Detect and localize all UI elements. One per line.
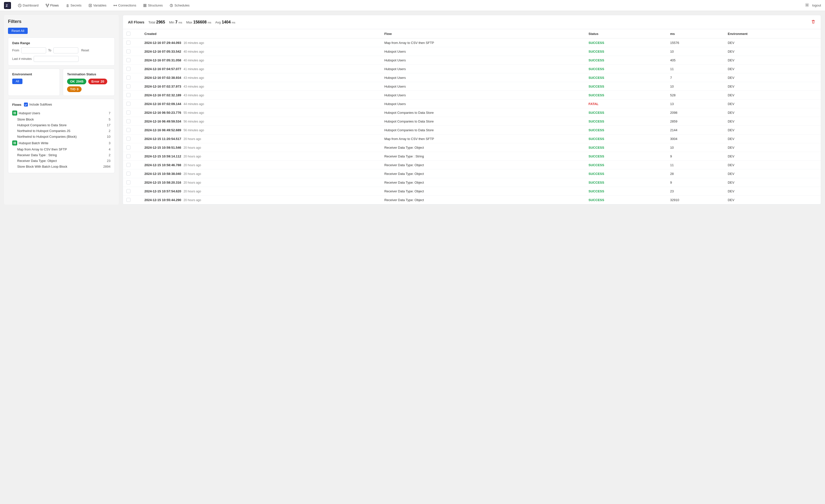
row-env: DEV: [724, 99, 821, 108]
col-flow[interactable]: Flow: [381, 29, 585, 39]
row-flow: Map from Array to CSV then SFTP: [381, 39, 585, 47]
row-flow: Receiver Data Type : String: [381, 152, 585, 161]
from-input[interactable]: [21, 48, 46, 53]
nav-connections[interactable]: Connections: [110, 2, 139, 9]
row-checkbox[interactable]: [123, 187, 134, 196]
flow-list-item[interactable]: Hubspot Companies to Data Store17: [12, 122, 110, 128]
row-marker: [134, 126, 141, 135]
row-checkbox[interactable]: [123, 82, 134, 91]
delete-button[interactable]: [811, 19, 816, 25]
table-row[interactable]: 2024-12-15 10:58:38.040 20 hours ago Rec…: [123, 169, 821, 178]
row-checkbox[interactable]: [123, 169, 134, 178]
table-row[interactable]: 2024-12-15 10:59:51.546 20 hours ago Rec…: [123, 143, 821, 152]
table-row[interactable]: 2024-12-15 10:57:54.620 20 hours ago Rec…: [123, 187, 821, 196]
table-row[interactable]: 2024-12-16 06:49:59.534 56 minutes ago H…: [123, 117, 821, 126]
nav-schedules[interactable]: Schedules: [167, 2, 193, 9]
table-row[interactable]: 2024-12-16 06:50:23.776 55 minutes ago H…: [123, 108, 821, 117]
flows-section-title: Flows: [12, 103, 21, 106]
flow-list-item[interactable]: Hubspot Users7: [12, 110, 110, 117]
settings-button[interactable]: [805, 3, 809, 8]
table-row[interactable]: 2024-12-16 07:05:31.058 40 minutes ago H…: [123, 56, 821, 65]
col-ms[interactable]: ms: [667, 29, 724, 39]
date-reset-button[interactable]: Reset: [81, 49, 89, 52]
main-layout: Filters Reset All Date Range From To Res…: [0, 11, 825, 209]
ok-status-badge[interactable]: OK 2945: [67, 79, 86, 84]
nav-flows[interactable]: Flows: [43, 2, 62, 9]
row-env: DEV: [724, 82, 821, 91]
nav-structures[interactable]: Structures: [140, 2, 166, 9]
table-row[interactable]: 2024-12-16 07:04:57.077 41 minutes ago H…: [123, 65, 821, 73]
table-row[interactable]: 2024-12-16 07:02:38.934 43 minutes ago H…: [123, 73, 821, 82]
row-checkbox[interactable]: [123, 152, 134, 161]
flow-list-item[interactable]: Receiver Data Type: Object23: [12, 158, 110, 164]
flow-list-item[interactable]: Store Block5: [12, 117, 110, 122]
table-row[interactable]: 2024-12-16 07:29:44.093 16 minutes ago M…: [123, 39, 821, 47]
row-marker: [134, 152, 141, 161]
environment-all-button[interactable]: All: [12, 79, 22, 84]
row-status: SUCCESS: [585, 143, 667, 152]
row-checkbox[interactable]: [123, 39, 134, 47]
svg-point-8: [114, 5, 115, 6]
flow-list-item[interactable]: Map from Array to CSV then SFTP4: [12, 146, 110, 152]
reset-all-button[interactable]: Reset All: [8, 28, 28, 34]
flow-name: Hubspot Users: [19, 111, 40, 115]
row-checkbox[interactable]: [123, 91, 134, 99]
nav-variables[interactable]: Variables: [85, 2, 109, 9]
ok-label: OK: [70, 80, 75, 83]
flow-list-item[interactable]: Northwind to Hubspot Companies (Block)10: [12, 134, 110, 139]
row-marker: [134, 143, 141, 152]
flow-list-item[interactable]: Hubspot Batch Write3: [12, 139, 110, 146]
row-marker: [134, 99, 141, 108]
row-checkbox[interactable]: [123, 65, 134, 73]
flow-list-item[interactable]: Receiver Data Type : String2: [12, 152, 110, 158]
col-created[interactable]: Created: [141, 29, 381, 39]
col-checkbox: [123, 29, 134, 39]
table-row[interactable]: 2024-12-16 06:49:52.689 56 minutes ago H…: [123, 126, 821, 135]
svg-rect-13: [145, 5, 146, 6]
row-checkbox[interactable]: [123, 99, 134, 108]
tio-status-badge[interactable]: T/O 0: [67, 86, 82, 92]
col-environment[interactable]: Environment: [724, 29, 821, 39]
table-row[interactable]: 2024-12-15 10:58:46.788 20 hours ago Rec…: [123, 161, 821, 169]
row-env: DEV: [724, 143, 821, 152]
svg-text:Z: Z: [6, 4, 8, 7]
include-subflows-checkbox[interactable]: [24, 102, 28, 106]
tio-count: 0: [77, 87, 79, 91]
table-row[interactable]: 2024-12-16 07:02:32.189 43 minutes ago H…: [123, 91, 821, 99]
last-minutes-input[interactable]: [34, 56, 79, 62]
row-checkbox[interactable]: [123, 196, 134, 204]
error-status-badge[interactable]: Error 20: [88, 79, 107, 84]
row-checkbox[interactable]: [123, 47, 134, 56]
row-checkbox[interactable]: [123, 143, 134, 152]
to-input[interactable]: [53, 48, 78, 53]
gear-icon: [805, 3, 809, 7]
table-row[interactable]: 2024-12-15 10:55:44.290 20 hours ago Rec…: [123, 196, 821, 204]
row-checkbox[interactable]: [123, 108, 134, 117]
row-checkbox[interactable]: [123, 135, 134, 143]
table-row[interactable]: 2024-12-15 10:59:14.112 20 hours ago Rec…: [123, 152, 821, 161]
row-env: DEV: [724, 56, 821, 65]
row-checkbox[interactable]: [123, 73, 134, 82]
flow-list-item[interactable]: Northwind to Hubspot Companies JS2: [12, 128, 110, 134]
flow-list-item[interactable]: Store Block With Batch Loop Block2894: [12, 164, 110, 169]
col-status[interactable]: Status: [585, 29, 667, 39]
logout-button[interactable]: logout: [812, 3, 821, 7]
row-checkbox[interactable]: [123, 117, 134, 126]
table-row[interactable]: 2024-12-15 10:58:20.316 20 hours ago Rec…: [123, 178, 821, 187]
flow-count: 17: [107, 123, 110, 127]
table-row[interactable]: 2024-12-15 11:20:54.517 20 hours ago Map…: [123, 135, 821, 143]
row-checkbox[interactable]: [123, 161, 134, 169]
nav-secrets[interactable]: Secrets: [63, 2, 85, 9]
row-checkbox[interactable]: [123, 178, 134, 187]
row-checkbox[interactable]: [123, 126, 134, 135]
table-row[interactable]: 2024-12-16 07:02:09.144 44 minutes ago H…: [123, 99, 821, 108]
row-ms: 23: [667, 187, 724, 196]
row-checkbox[interactable]: [123, 56, 134, 65]
nav-dashboard[interactable]: Dashboard: [15, 2, 42, 9]
environment-card: Environment All: [8, 69, 60, 96]
row-env: DEV: [724, 196, 821, 204]
all-flows-header: All Flows Total 2965 Min 7 ms Max 156608…: [123, 15, 821, 29]
table-row[interactable]: 2024-12-16 07:05:33.542 40 minutes ago H…: [123, 47, 821, 56]
table-row[interactable]: 2024-12-16 07:02:37.973 43 minutes ago H…: [123, 82, 821, 91]
row-marker: [134, 196, 141, 204]
